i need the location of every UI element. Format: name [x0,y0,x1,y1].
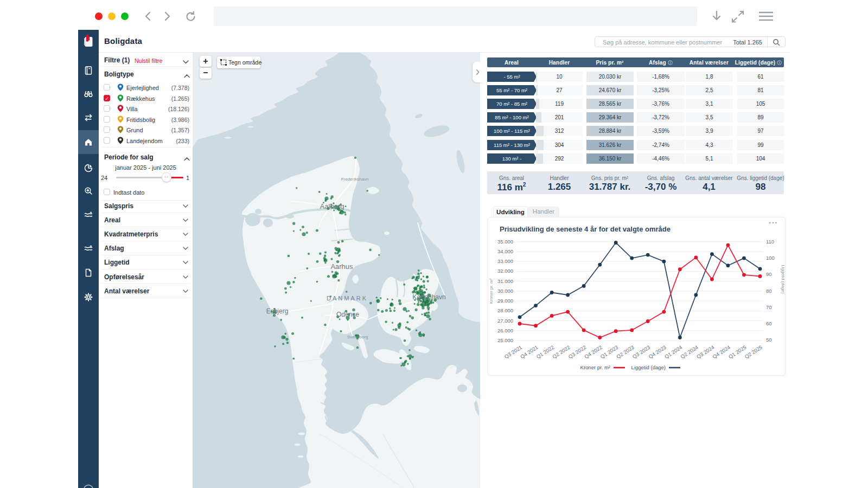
svg-text:Q2 2023: Q2 2023 [615,344,635,359]
svg-text:Q4 2024: Q4 2024 [711,344,731,359]
svg-text:Liggetid (dage): Liggetid (dage) [781,265,786,294]
svg-text:Q4 2021: Q4 2021 [519,344,539,359]
svg-text:Q3 2023: Q3 2023 [631,344,652,359]
svg-text:Q1 2022: Q1 2022 [535,344,556,359]
svg-text:28.000: 28.000 [497,307,513,313]
svg-text:90: 90 [766,271,772,277]
svg-text:Q3 2021: Q3 2021 [503,344,524,359]
svg-text:31.000: 31.000 [497,278,513,284]
svg-text:29.000: 29.000 [497,298,513,304]
svg-text:Kroner pr. m²: Kroner pr. m² [580,364,610,370]
svg-text:Q1 2023: Q1 2023 [599,344,620,359]
svg-text:34.000: 34.000 [497,248,513,254]
svg-text:Q1 2024: Q1 2024 [663,344,684,359]
svg-text:27.000: 27.000 [497,318,513,324]
svg-text:70: 70 [766,304,772,310]
svg-text:Q3 2022: Q3 2022 [567,344,588,359]
svg-text:33.000: 33.000 [497,258,513,264]
svg-text:Q2 2024: Q2 2024 [679,344,699,359]
svg-text:Q3 2024: Q3 2024 [695,344,716,359]
svg-text:25.000: 25.000 [497,337,513,343]
svg-text:60: 60 [766,320,772,326]
svg-text:Q1 2025: Q1 2025 [727,344,748,359]
svg-text:Kroner pr. m²: Kroner pr. m² [489,278,494,304]
svg-text:Q4 2023: Q4 2023 [647,344,667,359]
svg-text:Q4 2022: Q4 2022 [583,344,603,359]
svg-text:Liggetid (dage): Liggetid (dage) [631,364,666,370]
svg-text:35.000: 35.000 [497,239,513,245]
svg-text:26.000: 26.000 [497,328,513,333]
svg-text:Q2 2025: Q2 2025 [744,344,764,359]
svg-text:32.000: 32.000 [497,268,513,274]
svg-text:110: 110 [766,239,774,245]
svg-text:50: 50 [766,337,772,343]
svg-text:Q2 2022: Q2 2022 [551,344,571,359]
svg-text:30.000: 30.000 [497,288,513,294]
svg-text:100: 100 [766,255,775,261]
svg-text:80: 80 [766,288,772,294]
